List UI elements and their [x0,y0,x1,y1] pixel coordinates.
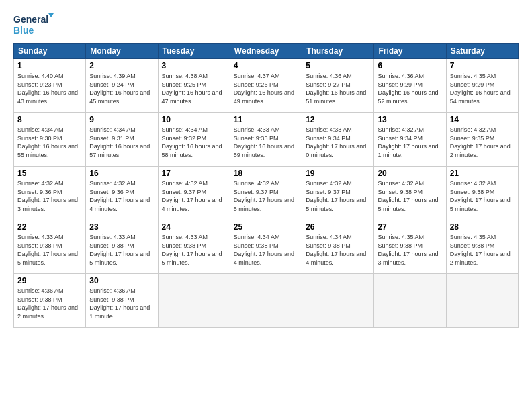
calendar-week-row: 1 Sunrise: 4:40 AMSunset: 9:23 PMDayligh… [14,59,519,113]
day-number: 12 [306,115,370,124]
calendar-cell: 4 Sunrise: 4:37 AMSunset: 9:26 PMDayligh… [230,59,302,113]
svg-text:Blue: Blue [13,25,34,36]
day-info: Sunrise: 4:32 AMSunset: 9:36 PMDaylight:… [89,179,154,213]
day-number: 18 [234,169,298,178]
day-number: 25 [234,222,298,232]
day-number: 4 [234,61,298,71]
day-info: Sunrise: 4:35 AMSunset: 9:38 PMDaylight:… [378,233,442,267]
day-number: 29 [17,276,82,285]
calendar-cell [446,274,518,328]
day-number: 2 [89,61,154,71]
col-tuesday: Tuesday [158,44,230,59]
calendar-cell: 14 Sunrise: 4:32 AMSunset: 9:35 PMDaylig… [446,113,518,167]
day-info: Sunrise: 4:32 AMSunset: 9:37 PMDaylight:… [306,179,370,213]
calendar-cell: 18 Sunrise: 4:32 AMSunset: 9:37 PMDaylig… [230,167,302,220]
calendar-cell: 25 Sunrise: 4:34 AMSunset: 9:38 PMDaylig… [230,220,302,274]
col-wednesday: Wednesday [230,44,302,59]
day-info: Sunrise: 4:32 AMSunset: 9:35 PMDaylight:… [450,126,515,159]
col-friday: Friday [374,44,446,59]
calendar-cell [374,274,446,328]
day-info: Sunrise: 4:32 AMSunset: 9:34 PMDaylight:… [378,126,442,159]
day-number: 24 [162,222,226,232]
day-info: Sunrise: 4:36 AMSunset: 9:29 PMDaylight:… [378,72,442,105]
col-saturday: Saturday [446,44,518,59]
calendar-week-row: 22 Sunrise: 4:33 AMSunset: 9:38 PMDaylig… [14,220,519,274]
day-number: 20 [378,169,442,178]
calendar-cell [158,274,230,328]
day-info: Sunrise: 4:34 AMSunset: 9:38 PMDaylight:… [234,233,298,267]
day-info: Sunrise: 4:33 AMSunset: 9:38 PMDaylight:… [89,233,154,267]
day-info: Sunrise: 4:34 AMSunset: 9:32 PMDaylight:… [162,126,226,159]
calendar-cell [302,274,374,328]
day-number: 27 [378,222,442,232]
col-monday: Monday [86,44,158,59]
calendar-cell: 3 Sunrise: 4:38 AMSunset: 9:25 PMDayligh… [158,59,230,113]
day-info: Sunrise: 4:35 AMSunset: 9:29 PMDaylight:… [450,72,515,105]
calendar-cell: 9 Sunrise: 4:34 AMSunset: 9:31 PMDayligh… [86,113,158,167]
calendar-cell: 7 Sunrise: 4:35 AMSunset: 9:29 PMDayligh… [446,59,518,113]
day-number: 15 [17,169,82,178]
day-info: Sunrise: 4:33 AMSunset: 9:34 PMDaylight:… [306,126,370,159]
col-sunday: Sunday [14,44,86,59]
calendar-cell: 6 Sunrise: 4:36 AMSunset: 9:29 PMDayligh… [374,59,446,113]
col-thursday: Thursday [302,44,374,59]
svg-marker-2 [48,13,54,17]
day-info: Sunrise: 4:32 AMSunset: 9:38 PMDaylight:… [450,179,515,213]
calendar-cell: 12 Sunrise: 4:33 AMSunset: 9:34 PMDaylig… [302,113,374,167]
day-number: 11 [234,115,298,124]
day-info: Sunrise: 4:32 AMSunset: 9:37 PMDaylight:… [234,179,298,213]
day-number: 1 [17,61,82,71]
day-info: Sunrise: 4:37 AMSunset: 9:26 PMDaylight:… [234,72,298,105]
day-number: 5 [306,61,370,71]
calendar-cell: 11 Sunrise: 4:33 AMSunset: 9:33 PMDaylig… [230,113,302,167]
calendar-header-row: Sunday Monday Tuesday Wednesday Thursday… [14,44,519,59]
calendar-week-row: 15 Sunrise: 4:32 AMSunset: 9:36 PMDaylig… [14,167,519,220]
day-info: Sunrise: 4:32 AMSunset: 9:36 PMDaylight:… [17,179,82,213]
day-info: Sunrise: 4:34 AMSunset: 9:31 PMDaylight:… [89,126,154,159]
day-info: Sunrise: 4:36 AMSunset: 9:27 PMDaylight:… [306,72,370,105]
logo: General Blue [13,11,54,38]
calendar-cell: 13 Sunrise: 4:32 AMSunset: 9:34 PMDaylig… [374,113,446,167]
calendar-cell: 29 Sunrise: 4:36 AMSunset: 9:38 PMDaylig… [14,274,86,328]
calendar-cell: 23 Sunrise: 4:33 AMSunset: 9:38 PMDaylig… [86,220,158,274]
header: General Blue [13,11,519,38]
calendar-cell: 8 Sunrise: 4:34 AMSunset: 9:30 PMDayligh… [14,113,86,167]
day-info: Sunrise: 4:36 AMSunset: 9:38 PMDaylight:… [89,287,154,320]
day-info: Sunrise: 4:35 AMSunset: 9:38 PMDaylight:… [450,233,515,267]
day-number: 14 [450,115,515,124]
calendar-table: Sunday Monday Tuesday Wednesday Thursday… [13,43,519,328]
day-info: Sunrise: 4:39 AMSunset: 9:24 PMDaylight:… [89,72,154,105]
calendar-cell: 5 Sunrise: 4:36 AMSunset: 9:27 PMDayligh… [302,59,374,113]
day-number: 10 [162,115,226,124]
day-number: 28 [450,222,515,232]
day-number: 16 [89,169,154,178]
day-info: Sunrise: 4:34 AMSunset: 9:38 PMDaylight:… [306,233,370,267]
day-info: Sunrise: 4:33 AMSunset: 9:33 PMDaylight:… [234,126,298,159]
svg-text:General: General [13,14,48,25]
calendar-cell: 21 Sunrise: 4:32 AMSunset: 9:38 PMDaylig… [446,167,518,220]
day-number: 17 [162,169,226,178]
day-number: 23 [89,222,154,232]
day-number: 6 [378,61,442,71]
calendar-cell: 22 Sunrise: 4:33 AMSunset: 9:38 PMDaylig… [14,220,86,274]
day-number: 30 [89,276,154,285]
day-info: Sunrise: 4:36 AMSunset: 9:38 PMDaylight:… [17,287,82,320]
day-number: 7 [450,61,515,71]
day-number: 13 [378,115,442,124]
day-number: 9 [89,115,154,124]
day-info: Sunrise: 4:32 AMSunset: 9:37 PMDaylight:… [162,179,226,213]
calendar-cell: 19 Sunrise: 4:32 AMSunset: 9:37 PMDaylig… [302,167,374,220]
calendar-cell: 1 Sunrise: 4:40 AMSunset: 9:23 PMDayligh… [14,59,86,113]
day-info: Sunrise: 4:34 AMSunset: 9:30 PMDaylight:… [17,126,82,159]
day-info: Sunrise: 4:40 AMSunset: 9:23 PMDaylight:… [17,72,82,105]
day-number: 26 [306,222,370,232]
day-info: Sunrise: 4:33 AMSunset: 9:38 PMDaylight:… [162,233,226,267]
day-number: 21 [450,169,515,178]
calendar-week-row: 8 Sunrise: 4:34 AMSunset: 9:30 PMDayligh… [14,113,519,167]
calendar-cell: 2 Sunrise: 4:39 AMSunset: 9:24 PMDayligh… [86,59,158,113]
calendar-cell: 27 Sunrise: 4:35 AMSunset: 9:38 PMDaylig… [374,220,446,274]
calendar-cell: 24 Sunrise: 4:33 AMSunset: 9:38 PMDaylig… [158,220,230,274]
calendar-cell: 16 Sunrise: 4:32 AMSunset: 9:36 PMDaylig… [86,167,158,220]
calendar-cell: 20 Sunrise: 4:32 AMSunset: 9:38 PMDaylig… [374,167,446,220]
logo-svg: General Blue [13,11,54,38]
